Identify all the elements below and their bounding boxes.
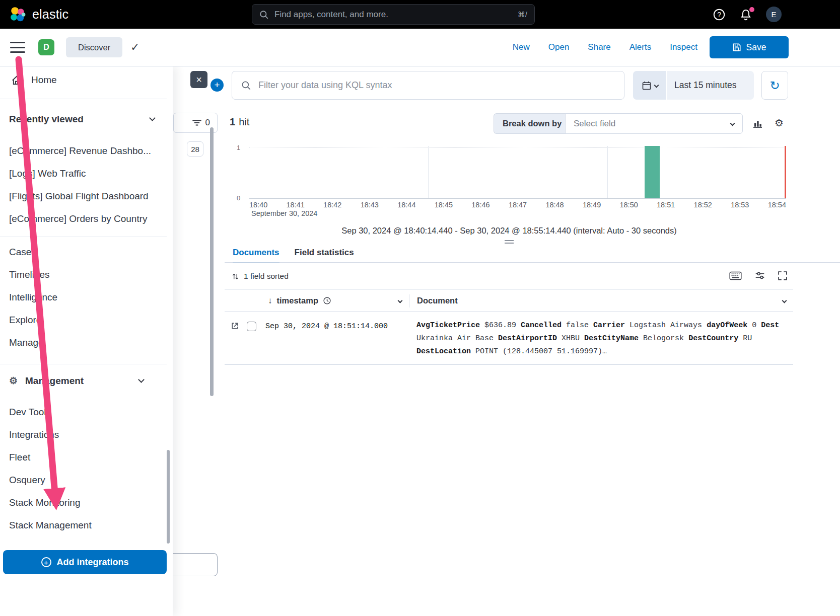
add-integrations-label: Add integrations xyxy=(57,557,129,568)
field-search-input-partial[interactable] xyxy=(173,553,218,576)
sidebar-item-home[interactable]: Home xyxy=(11,74,57,86)
sidebar-item-integrations[interactable]: Integrations xyxy=(9,429,162,440)
sorted-fields-label: 1 field sorted xyxy=(244,272,289,281)
chevron-down-icon[interactable] xyxy=(398,298,403,303)
sidebar-item-fleet[interactable]: Fleet xyxy=(9,451,162,463)
chevron-down-icon[interactable] xyxy=(782,298,787,303)
sidebar-item-timelines[interactable]: Timelines xyxy=(9,269,162,280)
chart-resize-handle[interactable] xyxy=(505,240,514,244)
sidebar-item-osquery[interactable]: Osquery xyxy=(9,474,162,486)
recent-item-ecommerce-revenue-dashbo[interactable]: [eCommerce] Revenue Dashbo... xyxy=(9,145,162,157)
save-button[interactable]: Save xyxy=(710,36,789,58)
global-search[interactable]: ⌘/ xyxy=(252,4,535,25)
recent-item-ecommerce-orders-by-country[interactable]: [eCommerce] Orders by Country xyxy=(9,213,162,224)
sidebar-item-explore[interactable]: Explore xyxy=(9,314,162,326)
save-icon xyxy=(732,43,741,52)
x-axis-date-label: September 30, 2024 xyxy=(251,209,317,217)
row-document: AvgTicketPrice $636.89 Cancelled false C… xyxy=(409,312,793,364)
logo-wordmark: elastic xyxy=(32,7,68,22)
flyout-scrollbar[interactable] xyxy=(167,450,170,544)
save-label: Save xyxy=(746,42,766,53)
global-search-input[interactable] xyxy=(273,9,513,20)
toolbar-link-open[interactable]: Open xyxy=(548,42,570,52)
sorted-fields-button[interactable]: 1 field sorted xyxy=(232,272,289,281)
refresh-button[interactable]: ↻ xyxy=(761,71,788,100)
fullscreen-button[interactable] xyxy=(778,271,787,280)
x-tick: 18:54 xyxy=(768,201,786,209)
keyboard-icon xyxy=(729,271,742,280)
date-quick-select-button[interactable] xyxy=(633,71,666,100)
sidebar-item-intelligence[interactable]: Intelligence xyxy=(9,291,162,303)
keyboard-shortcuts-button[interactable] xyxy=(729,271,742,280)
field-name: DestCityName xyxy=(584,334,639,343)
breadcrumb-discover[interactable]: Discover xyxy=(66,37,122,57)
x-tick: 18:51 xyxy=(657,201,675,209)
y-axis-tick-0: 0 xyxy=(237,194,240,202)
column-header-document[interactable]: Document xyxy=(409,296,793,305)
grid-header: ↓ timestamp Document xyxy=(225,289,793,312)
help-button[interactable]: ? xyxy=(713,8,726,21)
global-header: elastic ⌘/ ? xyxy=(0,0,840,29)
column-header-timestamp[interactable]: ↓ timestamp xyxy=(225,296,409,306)
partial-bucket-marker xyxy=(785,146,786,198)
display-options-button[interactable] xyxy=(755,271,765,280)
histogram-bar[interactable] xyxy=(645,146,660,198)
x-tick: 18:43 xyxy=(361,201,379,209)
available-fields-count-badge: 28 xyxy=(187,141,203,157)
elastic-logo[interactable]: elastic xyxy=(9,6,68,23)
field-name: Cancelled xyxy=(521,321,562,330)
chevron-down-icon[interactable] xyxy=(138,376,145,383)
menu-toggle-button[interactable] xyxy=(10,42,25,53)
sidebar-item-stack-monitoring[interactable]: Stack Monitoring xyxy=(9,497,162,508)
chevron-down-icon xyxy=(654,83,659,88)
close-icon[interactable]: × xyxy=(190,71,207,88)
recently-viewed-label: Recently viewed xyxy=(9,114,84,125)
add-integrations-button[interactable]: + Add integrations xyxy=(3,550,167,574)
add-field-button[interactable]: + xyxy=(211,79,224,92)
sidebar-item-cases[interactable]: Cases xyxy=(9,246,162,258)
recently-viewed-header[interactable]: Recently viewed xyxy=(9,114,84,125)
x-tick: 18:45 xyxy=(435,201,453,209)
field-filter-count: 0 xyxy=(205,118,210,128)
x-tick: 18:47 xyxy=(509,201,527,209)
sidebar-item-dev-tools[interactable]: Dev Tools xyxy=(9,406,162,418)
calendar-icon xyxy=(642,81,652,91)
notification-dot xyxy=(749,7,754,12)
x-tick: 18:46 xyxy=(471,201,489,209)
sidebar-item-manage[interactable]: Manage xyxy=(9,337,162,348)
space-badge[interactable]: D xyxy=(38,39,54,55)
toolbar-link-new[interactable]: New xyxy=(513,42,530,52)
toolbar-link-alerts[interactable]: Alerts xyxy=(629,42,651,52)
tab-field-statistics[interactable]: Field statistics xyxy=(295,248,354,263)
time-range-label: Last 15 minutes xyxy=(674,80,737,91)
notifications-button[interactable] xyxy=(740,9,752,21)
document-column-label: Document xyxy=(417,296,458,305)
recent-item-logs-web-traffic[interactable]: [Logs] Web Traffic xyxy=(9,168,162,179)
chevron-down-icon[interactable] xyxy=(149,115,156,121)
check-icon[interactable]: ✓ xyxy=(130,41,139,53)
edit-visualization-button[interactable] xyxy=(752,118,763,130)
time-range-button[interactable]: Last 15 minutes xyxy=(667,71,754,100)
recent-item-flights-global-flight-dashboard[interactable]: [Flights] Global Flight Dashboard xyxy=(9,190,162,202)
sidebar-item-stack-management[interactable]: Stack Management xyxy=(9,519,162,531)
user-avatar[interactable]: E xyxy=(766,7,782,22)
navigation-flyout: Home Recently viewed [eCommerce] Revenue… xyxy=(0,66,173,616)
sort-descending-icon: ↓ xyxy=(268,296,272,306)
field-name: dayOfWeek xyxy=(707,321,747,330)
filter-icon xyxy=(192,119,201,126)
toolbar-link-inspect[interactable]: Inspect xyxy=(670,42,697,52)
elastic-logo-icon xyxy=(9,6,26,23)
x-tick: 18:41 xyxy=(287,201,305,209)
breakdown-field-select[interactable]: Select field xyxy=(565,113,743,134)
expand-document-button[interactable] xyxy=(231,322,239,330)
home-icon xyxy=(11,74,22,86)
kql-input[interactable] xyxy=(257,80,615,91)
row-checkbox[interactable] xyxy=(247,322,256,331)
management-header[interactable]: ⚙ Management xyxy=(9,375,84,387)
toolbar-link-share[interactable]: Share xyxy=(588,42,610,52)
chart-options-button[interactable]: ⚙ xyxy=(775,117,784,129)
tab-documents[interactable]: Documents xyxy=(233,248,279,263)
kql-filter-bar[interactable] xyxy=(232,71,624,100)
field-list-scrollbar[interactable] xyxy=(210,127,214,396)
field-name: Carrier xyxy=(593,321,625,330)
